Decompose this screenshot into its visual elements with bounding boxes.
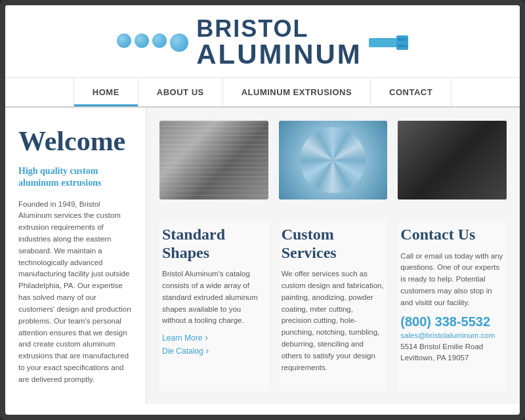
content-grid: StandardShapes Bristol Aluminum's catalo…	[146, 108, 520, 404]
header: BRISTOL ALUMINUM HOME ABOUT US ALUMINUM …	[5, 5, 520, 108]
bubble-1	[117, 33, 131, 48]
browser-chrome: BRISTOL ALUMINUM HOME ABOUT US ALUMINUM …	[0, 0, 525, 420]
nav-contact[interactable]: CONTACT	[371, 78, 452, 106]
die-catalog-link[interactable]: Die Catalog	[162, 345, 266, 356]
sidebar-body: Founded in 1949, Bristol Aluminum servic…	[18, 199, 133, 386]
main-content: Welcome High quality custom aluminum ext…	[5, 108, 520, 404]
learn-more-link[interactable]: Learn More	[162, 332, 266, 343]
logo-text-area: BRISTOL ALUMINUM	[196, 17, 362, 68]
nav-home[interactable]: HOME	[74, 78, 138, 106]
nav: HOME ABOUT US ALUMINUM EXTRUSIONS CONTAC…	[5, 77, 520, 106]
sidebar-welcome-heading: Welcome	[18, 126, 133, 156]
sidebar-tagline: High quality custom aluminum extrusions	[18, 165, 133, 189]
svg-rect-1	[396, 35, 408, 50]
contact-email: sales@bristolaluminum.com	[400, 331, 504, 339]
card-custom-services: CustomServices We offer services such as…	[279, 222, 388, 391]
nav-about[interactable]: ABOUT US	[138, 78, 223, 106]
logo-icon	[369, 33, 408, 52]
svg-rect-0	[369, 38, 398, 47]
image-contact-us	[398, 121, 507, 200]
card-standard-shapes-title: StandardShapes	[162, 226, 266, 262]
card-contact-us-title: Contact Us	[400, 226, 504, 244]
logo-bristol: BRISTOL	[196, 17, 362, 41]
logo-area: BRISTOL ALUMINUM	[117, 17, 408, 68]
bubble-4	[170, 33, 188, 52]
contact-phone: (800) 338-5532	[400, 314, 504, 329]
bubble-3	[152, 33, 167, 48]
contact-address-line1: 5514 Bristol Emilie Road	[400, 343, 483, 350]
card-custom-services-title: CustomServices	[282, 226, 385, 262]
card-standard-shapes-body: Bristol Aluminum's catalog consists of a…	[162, 268, 266, 327]
image-standard-shapes	[159, 121, 268, 200]
nav-aluminum-extrusions[interactable]: ALUMINUM EXTRUSIONS	[223, 78, 371, 106]
logo-aluminum: ALUMINUM	[196, 41, 362, 68]
svg-rect-2	[398, 38, 407, 41]
image-custom-services	[279, 121, 388, 200]
card-contact-us: Contact Us Call or email us today with a…	[398, 222, 507, 391]
contact-address-line2: Levittown, PA 19057	[400, 354, 469, 362]
card-standard-shapes: StandardShapes Bristol Aluminum's catalo…	[159, 222, 268, 391]
logo-bubbles	[117, 33, 188, 52]
website: BRISTOL ALUMINUM HOME ABOUT US ALUMINUM …	[5, 5, 520, 415]
card-contact-us-body: Call or email us today with any question…	[400, 251, 504, 309]
card-custom-services-body: We offer services such as custom design …	[282, 268, 385, 373]
bubble-2	[135, 33, 149, 48]
contact-address: 5514 Bristol Emilie Road Levittown, PA 1…	[400, 341, 504, 364]
sidebar: Welcome High quality custom aluminum ext…	[5, 108, 146, 404]
svg-rect-3	[398, 45, 407, 47]
